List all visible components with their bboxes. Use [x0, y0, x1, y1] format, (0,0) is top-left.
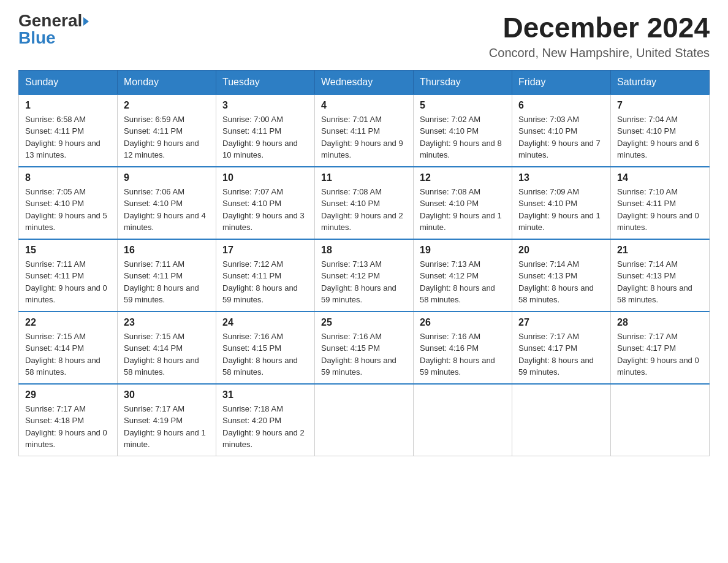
calendar-cell	[414, 384, 512, 456]
calendar-table: SundayMondayTuesdayWednesdayThursdayFrid…	[18, 70, 710, 456]
day-info: Sunrise: 7:17 AMSunset: 4:17 PMDaylight:…	[617, 331, 703, 378]
calendar-cell: 20Sunrise: 7:14 AMSunset: 4:13 PMDayligh…	[512, 239, 611, 312]
logo: General Blue	[18, 12, 89, 47]
week-row-1: 1Sunrise: 6:58 AMSunset: 4:11 PMDaylight…	[19, 94, 710, 167]
calendar-cell: 21Sunrise: 7:14 AMSunset: 4:13 PMDayligh…	[611, 239, 710, 312]
calendar-cell: 19Sunrise: 7:13 AMSunset: 4:12 PMDayligh…	[414, 239, 512, 312]
day-number: 26	[420, 317, 506, 328]
day-number: 11	[321, 172, 407, 183]
calendar-cell: 9Sunrise: 7:06 AMSunset: 4:10 PMDaylight…	[118, 167, 216, 239]
calendar-cell: 18Sunrise: 7:13 AMSunset: 4:12 PMDayligh…	[315, 239, 414, 312]
calendar-cell: 1Sunrise: 6:58 AMSunset: 4:11 PMDaylight…	[19, 94, 118, 167]
calendar-cell: 31Sunrise: 7:18 AMSunset: 4:20 PMDayligh…	[216, 384, 315, 456]
month-year-title: December 2024	[489, 12, 710, 44]
calendar-cell: 2Sunrise: 6:59 AMSunset: 4:11 PMDaylight…	[118, 94, 216, 167]
day-info: Sunrise: 7:04 AMSunset: 4:10 PMDaylight:…	[617, 113, 703, 161]
calendar-cell: 7Sunrise: 7:04 AMSunset: 4:10 PMDaylight…	[611, 94, 710, 167]
day-info: Sunrise: 7:09 AMSunset: 4:10 PMDaylight:…	[518, 186, 604, 234]
day-number: 16	[124, 245, 210, 256]
week-row-5: 29Sunrise: 7:17 AMSunset: 4:18 PMDayligh…	[19, 384, 710, 456]
day-info: Sunrise: 7:17 AMSunset: 4:18 PMDaylight:…	[25, 403, 111, 451]
calendar-cell: 29Sunrise: 7:17 AMSunset: 4:18 PMDayligh…	[19, 384, 118, 456]
calendar-cell: 17Sunrise: 7:12 AMSunset: 4:11 PMDayligh…	[216, 239, 315, 312]
day-info: Sunrise: 7:15 AMSunset: 4:14 PMDaylight:…	[25, 331, 111, 378]
week-row-2: 8Sunrise: 7:05 AMSunset: 4:10 PMDaylight…	[19, 167, 710, 239]
day-number: 30	[124, 389, 210, 400]
calendar-cell: 4Sunrise: 7:01 AMSunset: 4:11 PMDaylight…	[315, 94, 414, 167]
calendar-cell: 6Sunrise: 7:03 AMSunset: 4:10 PMDaylight…	[512, 94, 611, 167]
day-header-wednesday: Wednesday	[315, 70, 414, 94]
day-info: Sunrise: 7:08 AMSunset: 4:10 PMDaylight:…	[321, 186, 407, 234]
day-number: 24	[222, 317, 308, 328]
day-info: Sunrise: 6:59 AMSunset: 4:11 PMDaylight:…	[124, 113, 210, 161]
calendar-cell: 16Sunrise: 7:11 AMSunset: 4:11 PMDayligh…	[118, 239, 216, 312]
day-header-tuesday: Tuesday	[216, 70, 315, 94]
calendar-cell: 24Sunrise: 7:16 AMSunset: 4:15 PMDayligh…	[216, 312, 315, 384]
calendar-cell: 13Sunrise: 7:09 AMSunset: 4:10 PMDayligh…	[512, 167, 611, 239]
week-row-3: 15Sunrise: 7:11 AMSunset: 4:11 PMDayligh…	[19, 239, 710, 312]
day-info: Sunrise: 7:17 AMSunset: 4:17 PMDaylight:…	[518, 331, 604, 378]
day-info: Sunrise: 7:03 AMSunset: 4:10 PMDaylight:…	[518, 113, 604, 161]
logo-general-text: General	[18, 12, 82, 29]
calendar-cell: 12Sunrise: 7:08 AMSunset: 4:10 PMDayligh…	[414, 167, 512, 239]
calendar-header-row: SundayMondayTuesdayWednesdayThursdayFrid…	[19, 70, 710, 94]
location-subtitle: Concord, New Hampshire, United States	[489, 46, 710, 60]
day-number: 23	[124, 317, 210, 328]
calendar-cell	[611, 384, 710, 456]
day-header-friday: Friday	[512, 70, 611, 94]
day-number: 18	[321, 245, 407, 256]
day-header-sunday: Sunday	[19, 70, 118, 94]
day-number: 13	[518, 172, 604, 183]
day-number: 9	[124, 172, 210, 183]
day-info: Sunrise: 7:17 AMSunset: 4:19 PMDaylight:…	[124, 403, 210, 451]
day-info: Sunrise: 7:05 AMSunset: 4:10 PMDaylight:…	[25, 186, 111, 234]
calendar-cell	[512, 384, 611, 456]
calendar-cell: 15Sunrise: 7:11 AMSunset: 4:11 PMDayligh…	[19, 239, 118, 312]
day-info: Sunrise: 7:13 AMSunset: 4:12 PMDaylight:…	[321, 258, 407, 306]
day-number: 28	[617, 317, 703, 328]
day-info: Sunrise: 7:07 AMSunset: 4:10 PMDaylight:…	[222, 186, 308, 234]
week-row-4: 22Sunrise: 7:15 AMSunset: 4:14 PMDayligh…	[19, 312, 710, 384]
day-header-monday: Monday	[118, 70, 216, 94]
day-info: Sunrise: 7:14 AMSunset: 4:13 PMDaylight:…	[518, 258, 604, 306]
day-number: 10	[222, 172, 308, 183]
calendar-cell: 14Sunrise: 7:10 AMSunset: 4:11 PMDayligh…	[611, 167, 710, 239]
calendar-cell: 8Sunrise: 7:05 AMSunset: 4:10 PMDaylight…	[19, 167, 118, 239]
day-number: 25	[321, 317, 407, 328]
day-info: Sunrise: 7:00 AMSunset: 4:11 PMDaylight:…	[222, 113, 308, 161]
day-info: Sunrise: 7:02 AMSunset: 4:10 PMDaylight:…	[420, 113, 506, 161]
calendar-cell	[315, 384, 414, 456]
day-info: Sunrise: 7:16 AMSunset: 4:16 PMDaylight:…	[420, 331, 506, 378]
day-number: 2	[124, 100, 210, 111]
day-number: 17	[222, 245, 308, 256]
day-header-thursday: Thursday	[414, 70, 512, 94]
day-number: 20	[518, 245, 604, 256]
day-info: Sunrise: 7:13 AMSunset: 4:12 PMDaylight:…	[420, 258, 506, 306]
day-number: 8	[25, 172, 111, 183]
day-number: 1	[25, 100, 111, 111]
day-number: 14	[617, 172, 703, 183]
day-info: Sunrise: 7:11 AMSunset: 4:11 PMDaylight:…	[124, 258, 210, 306]
calendar-cell: 3Sunrise: 7:00 AMSunset: 4:11 PMDaylight…	[216, 94, 315, 167]
calendar-cell: 10Sunrise: 7:07 AMSunset: 4:10 PMDayligh…	[216, 167, 315, 239]
calendar-cell: 26Sunrise: 7:16 AMSunset: 4:16 PMDayligh…	[414, 312, 512, 384]
calendar-cell: 27Sunrise: 7:17 AMSunset: 4:17 PMDayligh…	[512, 312, 611, 384]
day-number: 7	[617, 100, 703, 111]
day-info: Sunrise: 7:18 AMSunset: 4:20 PMDaylight:…	[222, 403, 308, 451]
day-number: 21	[617, 245, 703, 256]
calendar-cell: 5Sunrise: 7:02 AMSunset: 4:10 PMDaylight…	[414, 94, 512, 167]
calendar-cell: 22Sunrise: 7:15 AMSunset: 4:14 PMDayligh…	[19, 312, 118, 384]
day-info: Sunrise: 7:06 AMSunset: 4:10 PMDaylight:…	[124, 186, 210, 234]
day-info: Sunrise: 7:16 AMSunset: 4:15 PMDaylight:…	[222, 331, 308, 378]
calendar-cell: 23Sunrise: 7:15 AMSunset: 4:14 PMDayligh…	[118, 312, 216, 384]
day-info: Sunrise: 7:11 AMSunset: 4:11 PMDaylight:…	[25, 258, 111, 306]
day-info: Sunrise: 7:08 AMSunset: 4:10 PMDaylight:…	[420, 186, 506, 234]
day-info: Sunrise: 6:58 AMSunset: 4:11 PMDaylight:…	[25, 113, 111, 161]
title-area: December 2024 Concord, New Hampshire, Un…	[489, 12, 710, 60]
logo-blue-text: Blue	[18, 29, 56, 47]
calendar-cell: 28Sunrise: 7:17 AMSunset: 4:17 PMDayligh…	[611, 312, 710, 384]
day-number: 22	[25, 317, 111, 328]
day-number: 6	[518, 100, 604, 111]
day-number: 4	[321, 100, 407, 111]
calendar-cell: 25Sunrise: 7:16 AMSunset: 4:15 PMDayligh…	[315, 312, 414, 384]
